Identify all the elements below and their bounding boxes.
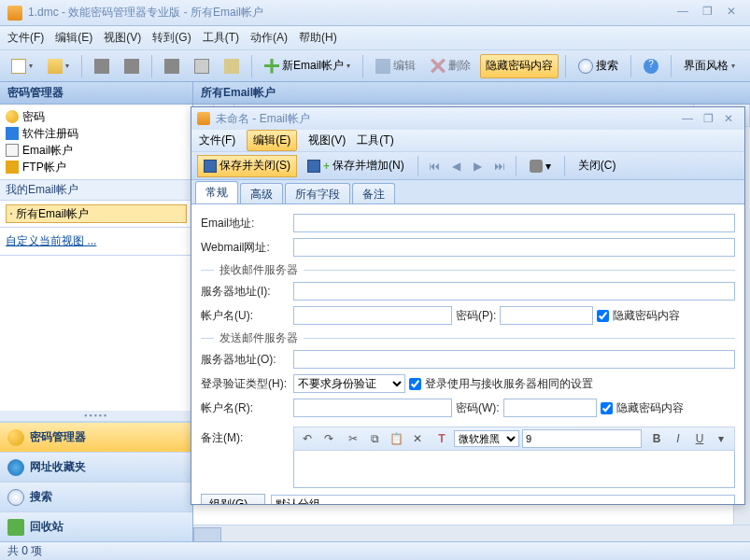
send-pwd-input[interactable] (503, 399, 597, 417)
menu-goto[interactable]: 转到(G) (152, 30, 191, 46)
recv-pwd-input[interactable] (500, 306, 593, 325)
nav-recycle[interactable]: 回收站 (0, 511, 192, 541)
dialog-minimize[interactable]: — (677, 112, 698, 125)
nav-prev[interactable]: ◀ (446, 157, 465, 175)
customize-view-link[interactable]: 自定义当前视图 ... (0, 228, 192, 256)
menu-tools[interactable]: 工具(T) (203, 30, 239, 46)
dialog-maximize[interactable]: ❐ (698, 112, 718, 125)
cut-button[interactable] (159, 54, 185, 78)
tab-advanced[interactable]: 高级 (240, 183, 283, 203)
send-user-input[interactable] (293, 399, 452, 417)
help-button[interactable]: ? (638, 54, 664, 78)
dlg-menu-view[interactable]: 视图(V) (308, 133, 346, 148)
nav-password-manager[interactable]: 密码管理器 (0, 422, 192, 452)
menu-help[interactable]: 帮助(H) (299, 30, 337, 46)
same-recv-checkbox[interactable] (409, 378, 421, 390)
splitter[interactable]: ▪▪▪▪▪ (0, 411, 192, 422)
globe-icon (7, 459, 24, 476)
recv-server-input[interactable] (293, 282, 735, 301)
group-input[interactable] (271, 495, 735, 504)
send-user-label: 帐户名(R): (201, 400, 290, 416)
save-add-button[interactable]: +保存并增加(N) (301, 155, 411, 177)
delete-button[interactable]: 删除 (425, 54, 476, 78)
close-button[interactable]: ✕ (720, 5, 743, 21)
send-server-input[interactable] (293, 350, 735, 369)
recv-user-input[interactable] (293, 306, 452, 325)
paste-button[interactable] (219, 54, 245, 78)
sidebar: 密码管理器 密码 软件注册码 Email帐户 FTP帐户 我的Email帐户 所… (0, 82, 193, 541)
send-hide-pwd-checkbox[interactable] (601, 402, 613, 414)
menu-action[interactable]: 动作(A) (250, 30, 288, 46)
attach-button[interactable]: ▾ (523, 155, 558, 177)
dlg-menu-edit[interactable]: 编辑(E) (247, 130, 297, 151)
window-title: 1.dmc - 效能密码管理器专业版 - 所有Email帐户 (28, 5, 263, 21)
new-email-button[interactable]: 新Email帐户▾ (259, 54, 356, 78)
copy-button[interactable] (189, 54, 215, 78)
dialog-titlebar: 未命名 - Email帐户 — ❐ ✕ (191, 107, 744, 130)
edit-button[interactable]: 编辑 (370, 54, 421, 78)
nav-search[interactable]: 搜索 (0, 482, 192, 511)
cube-icon (6, 127, 19, 140)
send-hide-pwd-label: 隐藏密码内容 (616, 400, 684, 416)
dialog-icon (197, 112, 210, 125)
maximize-button[interactable]: ❐ (696, 5, 718, 21)
dialog-body: Email地址: Webmail网址: 接收邮件服务器 服务器地址(I): 帐户… (191, 204, 744, 504)
recycle-icon (7, 519, 24, 536)
font-select[interactable]: 微软雅黑 (454, 430, 519, 447)
new-button[interactable]: ▾ (6, 54, 38, 78)
nav-first[interactable]: ⏮ (425, 157, 444, 175)
style-button[interactable]: 界面风格▾ (678, 54, 741, 78)
tab-notes[interactable]: 备注 (352, 183, 395, 203)
hide-password-button[interactable]: 隐藏密码内容 (480, 54, 559, 78)
tree-node-password[interactable]: 密码 (6, 108, 187, 125)
tree-node-email[interactable]: Email帐户 (6, 142, 187, 159)
menu-file[interactable]: 文件(F) (7, 30, 44, 46)
dialog-close-button[interactable]: 关闭(C) (572, 155, 623, 177)
menu-view[interactable]: 视图(V) (104, 30, 141, 46)
mail-icon (10, 213, 12, 215)
email-address-input[interactable] (293, 214, 735, 232)
auth-type-select[interactable]: 不要求身份验证 (293, 374, 405, 393)
tab-general[interactable]: 常规 (195, 181, 238, 203)
dlg-menu-file[interactable]: 文件(F) (199, 133, 235, 148)
rt-copy[interactable]: ⧉ (365, 429, 384, 448)
group-button[interactable]: 组别(G)... (201, 494, 265, 504)
bold-button[interactable]: B (647, 429, 666, 448)
search-icon (7, 489, 24, 506)
sidebar-header: 密码管理器 (0, 82, 192, 105)
more-button[interactable]: ▾ (712, 429, 730, 448)
tab-all-fields[interactable]: 所有字段 (285, 183, 350, 203)
webmail-input[interactable] (293, 238, 735, 257)
all-email-item[interactable]: 所有Email帐户 (6, 204, 187, 223)
dialog-title: 未命名 - Email帐户 (216, 111, 310, 127)
dialog-close[interactable]: ✕ (718, 112, 739, 125)
email-account-dialog: 未命名 - Email帐户 — ❐ ✕ 文件(F) 编辑(E) 视图(V) 工具… (191, 106, 745, 505)
undo-button[interactable]: ↶ (298, 429, 317, 448)
print-preview-button[interactable] (119, 54, 145, 78)
notes-textarea[interactable] (293, 451, 735, 488)
rt-delete[interactable]: ✕ (408, 429, 427, 448)
print-button[interactable] (89, 54, 115, 78)
horizontal-scrollbar[interactable] (193, 525, 750, 541)
save-close-button[interactable]: 保存并关闭(S) (197, 155, 297, 177)
dlg-menu-tools[interactable]: 工具(T) (357, 133, 393, 148)
font-size-input[interactable] (522, 429, 642, 448)
redo-button[interactable]: ↷ (319, 429, 338, 448)
rt-paste[interactable]: 📋 (387, 429, 405, 448)
underline-button[interactable]: U (690, 429, 709, 448)
minimize-button[interactable]: — (672, 5, 694, 21)
italic-button[interactable]: I (669, 429, 687, 448)
recv-hide-pwd-checkbox[interactable] (597, 310, 609, 322)
open-button[interactable]: ▾ (42, 54, 75, 78)
rt-cut[interactable]: ✂ (344, 429, 362, 448)
app-icon (7, 6, 22, 21)
tree-node-ftp[interactable]: FTP帐户 (6, 159, 187, 175)
font-color-button[interactable]: T (432, 429, 451, 448)
tree-node-software[interactable]: 软件注册码 (6, 125, 187, 142)
nav-last[interactable]: ⏭ (490, 157, 509, 175)
menu-edit[interactable]: 编辑(E) (55, 30, 92, 46)
nav-favorites[interactable]: 网址收藏夹 (0, 452, 192, 482)
nav-next[interactable]: ▶ (468, 157, 487, 175)
search-button[interactable]: 搜索 (573, 54, 624, 78)
record-nav: ⏮ ◀ ▶ ⏭ (425, 157, 509, 175)
